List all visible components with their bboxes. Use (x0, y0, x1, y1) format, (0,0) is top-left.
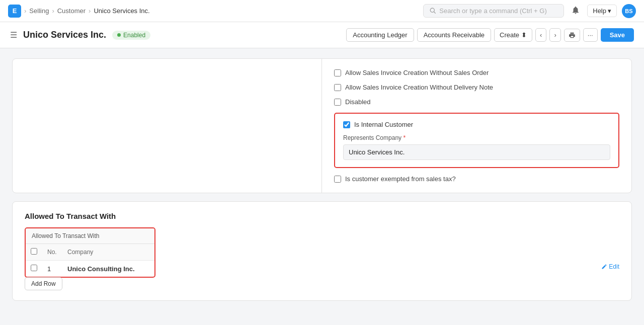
top-navigation: E › Selling › Customer › Unico Services … (0, 0, 644, 22)
bell-icon (571, 6, 580, 15)
th-no: No. (42, 244, 62, 261)
allowed-table-label: Allowed To Transact With (26, 228, 154, 244)
row-checkbox-cell (26, 261, 42, 277)
status-badge: Enabled (112, 31, 150, 40)
sep2: › (52, 7, 54, 15)
table-header: No. Company (26, 244, 154, 261)
add-row-button[interactable]: Add Row (25, 277, 62, 290)
top-nav-right: Search or type a command (Ctrl + G) Help… (423, 4, 636, 19)
table-row: 1 Unico Consulting Inc. (26, 261, 154, 277)
edit-icon (601, 264, 607, 270)
left-panel (13, 59, 322, 193)
sep3: › (89, 7, 91, 15)
allowed-table-wrapper: Allowed To Transact With No. Company (25, 227, 155, 278)
edit-label: Edit (609, 263, 619, 270)
breadcrumb-selling[interactable]: Selling (29, 7, 49, 15)
is-internal-customer-row: Is Internal Customer (343, 121, 610, 128)
settings-card: Allow Sales Invoice Creation Without Sal… (12, 58, 632, 193)
search-bar[interactable]: Search or type a command (Ctrl + G) (423, 4, 564, 18)
select-all-checkbox[interactable] (31, 248, 37, 255)
avatar[interactable]: BS (622, 4, 636, 18)
print-button[interactable] (564, 29, 580, 42)
sales-tax-checkbox[interactable] (334, 176, 341, 183)
row-checkbox[interactable] (31, 265, 37, 271)
represents-company-label: Represents Company * (343, 134, 610, 141)
edit-button[interactable]: Edit (601, 263, 619, 270)
is-internal-customer-label: Is Internal Customer (354, 121, 413, 128)
th-check (26, 244, 42, 261)
right-panel: Allow Sales Invoice Creation Without Sal… (322, 59, 631, 193)
represents-company-value: Unico Services Inc. (343, 144, 610, 160)
search-placeholder: Search or type a command (Ctrl + G) (439, 7, 547, 15)
row-company: Unico Consulting Inc. (62, 261, 154, 277)
allow-invoice-without-delivery-row: Allow Sales Invoice Creation Without Del… (334, 84, 619, 91)
sales-tax-row: Is customer exempted from sales tax? (334, 175, 619, 183)
page-header-left: ☰ Unico Services Inc. Enabled (10, 30, 150, 40)
create-button[interactable]: Create ⬍ (494, 28, 532, 42)
disabled-row: Disabled (334, 98, 619, 106)
breadcrumb-area: E › Selling › Customer › Unico Services … (8, 5, 150, 18)
more-options-button[interactable]: ··· (583, 28, 598, 42)
notification-bell[interactable] (569, 4, 582, 19)
table-body: 1 Unico Consulting Inc. (26, 261, 154, 277)
page-title: Unico Services Inc. (23, 30, 106, 40)
allowed-transact-card: Allowed To Transact With Allowed To Tran… (12, 201, 632, 301)
main-content: Allow Sales Invoice Creation Without Sal… (0, 48, 644, 319)
svg-line-1 (434, 12, 436, 14)
sales-tax-label: Is customer exempted from sales tax? (345, 175, 456, 183)
internal-customer-box: Is Internal Customer Represents Company … (334, 113, 619, 168)
allowed-table: No. Company 1 Unico Consulting Inc. (26, 244, 154, 277)
disabled-checkbox[interactable] (334, 99, 341, 106)
breadcrumb-current: Unico Services Inc. (94, 7, 149, 15)
allowed-section-title: Allowed To Transact With (25, 212, 619, 220)
status-dot (117, 33, 121, 37)
th-company: Company (62, 244, 154, 261)
accounts-receivable-button[interactable]: Accounts Receivable (417, 28, 491, 42)
breadcrumb-customer[interactable]: Customer (57, 7, 86, 15)
allow-invoice-without-order-checkbox[interactable] (334, 69, 341, 76)
prev-button[interactable]: ‹ (535, 28, 546, 42)
search-icon (430, 8, 436, 14)
help-chevron-icon: ▾ (608, 7, 611, 15)
save-button[interactable]: Save (601, 28, 634, 42)
status-label: Enabled (123, 32, 145, 39)
disabled-label: Disabled (345, 98, 371, 106)
required-star: * (403, 134, 406, 141)
print-icon (569, 32, 576, 39)
allow-invoice-without-delivery-checkbox[interactable] (334, 84, 341, 91)
page-header-right: Accounting Ledger Accounts Receivable Cr… (346, 28, 634, 42)
allow-invoice-without-order-row: Allow Sales Invoice Creation Without Sal… (334, 69, 619, 76)
is-internal-customer-checkbox[interactable] (343, 121, 350, 128)
sidebar-toggle[interactable]: ☰ (10, 30, 17, 40)
accounting-ledger-button[interactable]: Accounting Ledger (346, 28, 414, 42)
create-label: Create (500, 31, 519, 39)
help-label: Help (593, 7, 606, 15)
app-icon[interactable]: E (8, 5, 21, 18)
next-button[interactable]: › (549, 28, 560, 42)
page-header: ☰ Unico Services Inc. Enabled Accounting… (0, 22, 644, 48)
row-no: 1 (42, 261, 62, 277)
allowed-section: Allowed To Transact With Allowed To Tran… (13, 202, 631, 300)
sep1: › (24, 7, 26, 15)
allow-invoice-without-order-label: Allow Sales Invoice Creation Without Sal… (345, 69, 489, 76)
create-chevron-icon: ⬍ (521, 31, 527, 39)
allow-invoice-without-delivery-label: Allow Sales Invoice Creation Without Del… (345, 84, 493, 91)
help-button[interactable]: Help ▾ (587, 5, 617, 17)
